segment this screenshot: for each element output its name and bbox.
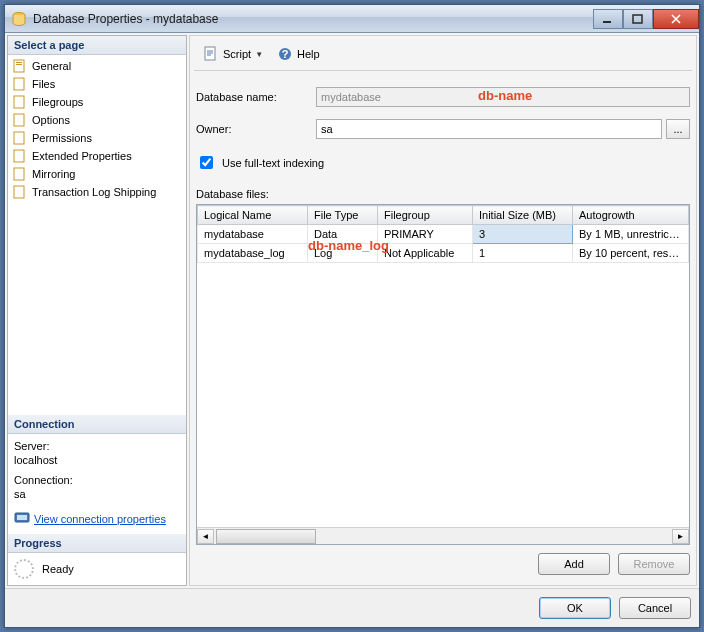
cell-size[interactable]: 3 <box>473 225 573 244</box>
chevron-down-icon: ▼ <box>255 50 263 59</box>
cell-fg[interactable]: Not Applicable <box>378 244 473 263</box>
sidebar-item-filegroups[interactable]: Filegroups <box>8 93 186 111</box>
dialog-window: Database Properties - mydatabase Select … <box>4 4 700 628</box>
fulltext-checkbox[interactable] <box>200 156 213 169</box>
script-label: Script <box>223 48 251 60</box>
db-name-input <box>316 87 690 107</box>
toolbar: Script ▼ ? Help <box>194 40 692 68</box>
db-name-label: Database name: <box>196 91 316 103</box>
table-row[interactable]: mydatabase_log Log Not Applicable 1 By 1… <box>198 244 689 263</box>
sidebar-item-mirroring[interactable]: Mirroring <box>8 165 186 183</box>
cell-ftype[interactable]: Log <box>308 244 378 263</box>
sidebar-item-files[interactable]: Files <box>8 75 186 93</box>
server-value: localhost <box>14 454 180 466</box>
cell-logical[interactable]: mydatabase <box>198 225 308 244</box>
svg-text:?: ? <box>282 48 289 60</box>
cell-ag[interactable]: By 1 MB, unrestricted growth <box>573 225 689 244</box>
select-page-header: Select a page <box>8 36 186 55</box>
col-initial-size[interactable]: Initial Size (MB) <box>473 206 573 225</box>
maximize-button[interactable] <box>623 9 653 29</box>
page-icon <box>12 166 28 182</box>
server-label: Server: <box>14 440 180 452</box>
progress-status: Ready <box>42 563 74 575</box>
script-button[interactable]: Script ▼ <box>198 43 268 65</box>
page-icon <box>12 94 28 110</box>
progress-spinner-icon <box>14 559 34 579</box>
connection-icon <box>14 510 30 528</box>
connection-label: Connection: <box>14 474 180 486</box>
page-icon <box>12 148 28 164</box>
col-file-type[interactable]: File Type <box>308 206 378 225</box>
database-files-grid[interactable]: Logical Name File Type Filegroup Initial… <box>196 204 690 545</box>
svg-rect-8 <box>14 114 24 126</box>
sidebar-item-transaction-log-shipping[interactable]: Transaction Log Shipping <box>8 183 186 201</box>
window-title: Database Properties - mydatabase <box>33 12 593 26</box>
svg-rect-5 <box>16 64 22 65</box>
titlebar[interactable]: Database Properties - mydatabase <box>5 5 699 33</box>
svg-rect-1 <box>603 21 611 23</box>
sidebar-item-label: Files <box>32 78 55 90</box>
help-label: Help <box>297 48 320 60</box>
svg-rect-6 <box>14 78 24 90</box>
script-icon <box>203 46 219 62</box>
sidebar-item-label: Extended Properties <box>32 150 132 162</box>
cell-fg[interactable]: PRIMARY <box>378 225 473 244</box>
svg-rect-14 <box>17 515 27 520</box>
sidebar-item-label: General <box>32 60 71 72</box>
horizontal-scrollbar[interactable]: ◄ ► <box>197 527 689 544</box>
sidebar-item-extended-properties[interactable]: Extended Properties <box>8 147 186 165</box>
page-list: General Files Filegroups Options Permiss… <box>8 55 186 203</box>
main-panel: Script ▼ ? Help Database name: Owner: <box>189 35 697 586</box>
cell-size[interactable]: 1 <box>473 244 573 263</box>
sidebar-item-label: Transaction Log Shipping <box>32 186 156 198</box>
sidebar-item-label: Permissions <box>32 132 92 144</box>
svg-rect-10 <box>14 150 24 162</box>
page-icon <box>12 76 28 92</box>
cell-logical[interactable]: mydatabase_log <box>198 244 308 263</box>
add-button[interactable]: Add <box>538 553 610 575</box>
sidebar-item-label: Filegroups <box>32 96 83 108</box>
cancel-button[interactable]: Cancel <box>619 597 691 619</box>
page-icon <box>12 130 28 146</box>
col-logical-name[interactable]: Logical Name <box>198 206 308 225</box>
svg-rect-7 <box>14 96 24 108</box>
help-button[interactable]: ? Help <box>272 43 325 65</box>
table-row[interactable]: mydatabase Data PRIMARY 3 By 1 MB, unres… <box>198 225 689 244</box>
page-icon <box>12 58 28 74</box>
scroll-thumb[interactable] <box>216 529 316 544</box>
fulltext-label: Use full-text indexing <box>222 157 324 169</box>
svg-rect-4 <box>16 62 22 63</box>
col-autogrowth[interactable]: Autogrowth <box>573 206 689 225</box>
svg-rect-9 <box>14 132 24 144</box>
sidebar-item-permissions[interactable]: Permissions <box>8 129 186 147</box>
cell-ftype[interactable]: Data <box>308 225 378 244</box>
view-connection-properties-link[interactable]: View connection properties <box>34 513 166 525</box>
progress-header: Progress <box>8 534 186 553</box>
svg-rect-3 <box>14 60 24 72</box>
scroll-right-icon[interactable]: ► <box>672 529 689 544</box>
sidebar-item-options[interactable]: Options <box>8 111 186 129</box>
close-button[interactable] <box>653 9 699 29</box>
dialog-footer: OK Cancel <box>5 588 699 627</box>
sidebar-item-label: Mirroring <box>32 168 75 180</box>
owner-browse-button[interactable]: ... <box>666 119 690 139</box>
database-files-label: Database files: <box>196 188 690 200</box>
minimize-button[interactable] <box>593 9 623 29</box>
app-icon <box>11 11 27 27</box>
ok-button[interactable]: OK <box>539 597 611 619</box>
svg-rect-12 <box>14 186 24 198</box>
sidebar-item-general[interactable]: General <box>8 57 186 75</box>
svg-rect-11 <box>14 168 24 180</box>
sidebar-item-label: Options <box>32 114 70 126</box>
page-icon <box>12 112 28 128</box>
scroll-left-icon[interactable]: ◄ <box>197 529 214 544</box>
owner-label: Owner: <box>196 123 316 135</box>
col-filegroup[interactable]: Filegroup <box>378 206 473 225</box>
help-icon: ? <box>277 46 293 62</box>
page-icon <box>12 184 28 200</box>
owner-input[interactable] <box>316 119 662 139</box>
connection-header: Connection <box>8 415 186 434</box>
svg-rect-2 <box>633 15 642 23</box>
connection-value: sa <box>14 488 180 500</box>
cell-ag[interactable]: By 10 percent, restricted growth <box>573 244 689 263</box>
